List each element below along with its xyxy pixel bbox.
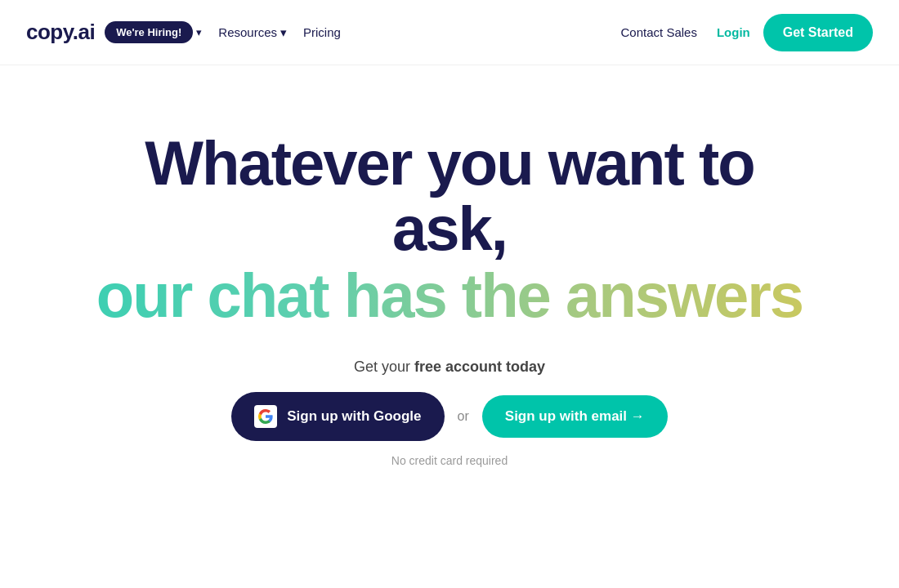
- or-separator: or: [458, 409, 469, 424]
- hero-headline-line2: our chat has the answers: [96, 261, 803, 330]
- cta-bold: free account today: [414, 359, 545, 375]
- login-link[interactable]: Login: [717, 25, 750, 39]
- logo: copy.ai: [26, 20, 95, 45]
- contact-sales-link[interactable]: Contact Sales: [621, 25, 697, 39]
- pricing-nav-link[interactable]: Pricing: [303, 25, 341, 39]
- google-icon: [258, 409, 273, 424]
- hero-footnote: No credit card required: [391, 454, 508, 467]
- google-signup-button[interactable]: Sign up with Google: [231, 392, 444, 441]
- google-icon-wrapper: [254, 405, 277, 428]
- google-signup-label: Sign up with Google: [287, 408, 421, 425]
- navigation: copy.ai We're Hiring! ▾ Resources ▾ Pric…: [0, 0, 899, 65]
- resources-chevron-icon: ▾: [280, 25, 287, 40]
- get-started-button[interactable]: Get Started: [763, 14, 873, 51]
- cta-prefix: Get your: [354, 359, 414, 375]
- resources-nav-link[interactable]: Resources ▾: [218, 25, 287, 40]
- gradient-headline-text: our chat has the answers: [96, 261, 803, 330]
- email-signup-button[interactable]: Sign up with email →: [482, 395, 668, 438]
- hero-headline-line1: Whatever you want to ask,: [82, 131, 817, 261]
- resources-label: Resources: [218, 25, 277, 39]
- hiring-button[interactable]: We're Hiring!: [105, 21, 193, 43]
- hero-section: Whatever you want to ask, our chat has t…: [0, 65, 899, 467]
- hero-cta-label: Get your free account today: [354, 359, 545, 376]
- hiring-chevron-icon[interactable]: ▾: [196, 26, 202, 38]
- hero-buttons: Sign up with Google or Sign up with emai…: [231, 392, 668, 441]
